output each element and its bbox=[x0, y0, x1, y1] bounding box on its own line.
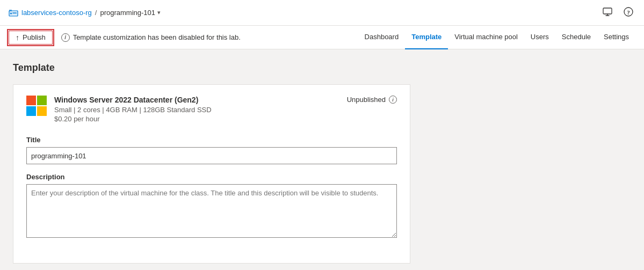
description-label: Description bbox=[26, 173, 397, 181]
breadcrumb: labservices-contoso-rg / programming-101… bbox=[9, 8, 161, 18]
description-form-group: Description bbox=[26, 173, 397, 239]
vm-status-info-icon[interactable]: i bbox=[389, 96, 397, 104]
vm-specs: Small | 2 cores | 4GB RAM | 128GB Standa… bbox=[54, 106, 212, 114]
vm-price: $0.20 per hour bbox=[54, 115, 212, 123]
action-bar-left: ↑ Publish i Template customization has b… bbox=[9, 31, 241, 45]
info-message: i Template customization has been disabl… bbox=[61, 33, 241, 42]
description-textarea[interactable] bbox=[26, 184, 397, 238]
upload-icon: ↑ bbox=[16, 33, 19, 42]
info-text: Template customization has been disabled… bbox=[73, 33, 241, 41]
template-card: Windows Server 2022 Datacenter (Gen2) Sm… bbox=[13, 84, 410, 264]
breadcrumb-resource-group[interactable]: labservices-contoso-rg bbox=[21, 9, 92, 17]
svg-rect-5 bbox=[603, 8, 612, 14]
title-form-group: Title bbox=[26, 136, 397, 164]
breadcrumb-separator: / bbox=[95, 9, 97, 17]
main-content: Template Windows Server 2022 Datacenter … bbox=[0, 49, 644, 270]
tab-dashboard[interactable]: Dashboard bbox=[358, 26, 406, 49]
win-quad-1 bbox=[26, 96, 36, 105]
page-title: Template bbox=[13, 62, 631, 74]
nav-tabs: Dashboard Template Virtual machine pool … bbox=[358, 26, 635, 49]
vm-status: Unpublished i bbox=[347, 96, 397, 104]
vm-info-row: Windows Server 2022 Datacenter (Gen2) Sm… bbox=[26, 96, 397, 123]
labservices-icon bbox=[9, 8, 18, 18]
chevron-down-icon[interactable]: ▾ bbox=[157, 9, 161, 16]
win-quad-2 bbox=[37, 96, 47, 105]
tab-users[interactable]: Users bbox=[524, 26, 555, 49]
combined-bar: ↑ Publish i Template customization has b… bbox=[0, 26, 644, 49]
topbar: labservices-contoso-rg / programming-101… bbox=[0, 0, 644, 26]
tab-settings[interactable]: Settings bbox=[597, 26, 635, 49]
topbar-actions: ? bbox=[600, 4, 635, 21]
publish-label: Publish bbox=[23, 33, 46, 41]
vm-status-label: Unpublished bbox=[347, 96, 386, 104]
win-quad-3 bbox=[26, 106, 36, 116]
win-quad-4 bbox=[37, 106, 47, 116]
vm-details: Windows Server 2022 Datacenter (Gen2) Sm… bbox=[54, 96, 212, 123]
info-icon: i bbox=[61, 33, 70, 42]
svg-text:?: ? bbox=[627, 9, 630, 15]
breadcrumb-lab: programming-101 ▾ bbox=[100, 9, 161, 17]
vm-name: Windows Server 2022 Datacenter (Gen2) bbox=[54, 96, 212, 104]
vm-info-left: Windows Server 2022 Datacenter (Gen2) Sm… bbox=[26, 96, 212, 123]
svg-rect-3 bbox=[12, 12, 17, 13]
windows-logo-icon bbox=[26, 96, 47, 116]
title-label: Title bbox=[26, 136, 397, 144]
monitor-icon-button[interactable] bbox=[600, 4, 615, 21]
svg-rect-4 bbox=[9, 10, 12, 11]
tab-template[interactable]: Template bbox=[405, 26, 448, 49]
help-icon-button[interactable]: ? bbox=[621, 5, 635, 21]
title-input[interactable] bbox=[26, 147, 397, 164]
publish-button[interactable]: ↑ Publish bbox=[9, 31, 53, 45]
tab-schedule[interactable]: Schedule bbox=[555, 26, 597, 49]
svg-point-2 bbox=[10, 12, 12, 14]
tab-virtual-machine-pool[interactable]: Virtual machine pool bbox=[448, 26, 524, 49]
